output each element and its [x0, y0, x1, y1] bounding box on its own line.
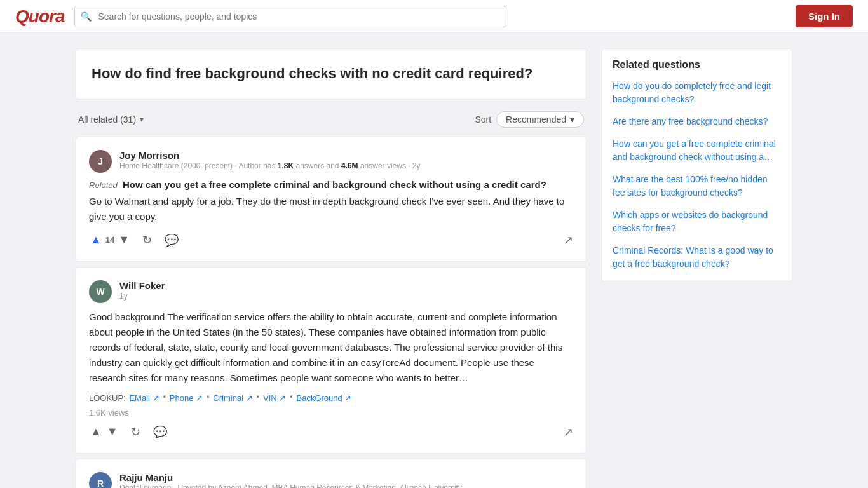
related-link-3[interactable]: What are the best 100% free/no hidden fe… [613, 173, 782, 200]
avatar-rajju-manju[interactable]: R [89, 472, 112, 488]
lookup-vin-link[interactable]: VIN ↗ [263, 393, 286, 403]
author-name[interactable]: Joy Morrison [119, 150, 573, 161]
avatar-joy-morrison[interactable]: J [89, 150, 112, 173]
action-bar: ▲ ▼ ↻ 💬 ↗ [89, 424, 573, 440]
related-link-1[interactable]: Are there any free background checks? [613, 115, 782, 128]
views-count: 1.6K views [89, 408, 573, 417]
sort-area: Sort Recommended ▾ [475, 111, 584, 128]
answers-controls: All related (31) ▾ Sort Recommended ▾ [76, 105, 587, 134]
answer-header: R Rajju Manju Dental surgeon · Upvoted b… [89, 472, 573, 488]
downvote-button[interactable]: ▼ [117, 232, 131, 248]
meta-mid: answers and [294, 161, 341, 170]
question-card: How do find free background checks with … [76, 48, 587, 100]
chevron-down-icon: ▾ [140, 115, 144, 124]
sign-in-button[interactable]: Sign In [796, 5, 853, 27]
author-info-will-foker: Will Foker 1y [119, 280, 573, 302]
author-meta: Home Healthcare (2000–present) · Author … [119, 161, 573, 172]
related-link-5[interactable]: Criminal Records: What is a good way to … [613, 244, 782, 271]
related-link-0[interactable]: How do you do completely free and legit … [613, 79, 782, 106]
upvote-button[interactable]: ▲ [89, 232, 103, 248]
lookup-links: LOOKUP: EMail ↗ * Phone ↗ * Criminal ↗ *… [89, 393, 573, 403]
avatar-initials: R [97, 478, 104, 488]
sidebar: Related questions How do you do complete… [602, 48, 792, 488]
share-icon[interactable]: ↗ [564, 233, 573, 247]
author-info-rajju-manju: Rajju Manju Dental surgeon · Upvoted by … [119, 472, 573, 488]
vote-group: ▲ ▼ [89, 424, 119, 440]
related-label: Related [89, 180, 118, 190]
comment-button[interactable]: 💬 [152, 424, 168, 440]
lookup-email-link[interactable]: EMail ↗ [129, 393, 159, 403]
search-bar: 🔍 [74, 6, 506, 27]
avatar-initials: W [96, 287, 104, 297]
answer-body: Go to Walmart and apply for a job. They … [89, 194, 573, 224]
vote-count: 14 [105, 235, 114, 245]
search-input[interactable] [74, 6, 506, 27]
author-meta: Dental surgeon · Upvoted by Azeem Ahmed,… [119, 483, 573, 488]
avatar-will-foker[interactable]: W [89, 280, 112, 303]
recommended-label: Recommended [506, 114, 566, 125]
chevron-down-icon: ▾ [570, 114, 574, 125]
all-related-label: All related (31) [78, 114, 136, 125]
answers-count: 1.8K [278, 161, 294, 170]
meta-text: Home Healthcare (2000–present) · Author … [119, 161, 278, 170]
action-bar: ▲ 14 ▼ ↻ 💬 ↗ [89, 232, 573, 248]
all-related-dropdown[interactable]: All related (31) ▾ [78, 114, 144, 125]
answer-card-joy-morrison: J Joy Morrison Home Healthcare (2000–pre… [76, 137, 587, 262]
comment-button[interactable]: 💬 [163, 232, 180, 248]
related-questions-title: Related questions [613, 59, 782, 71]
share-answer-button[interactable]: ↻ [141, 232, 153, 248]
share-icon[interactable]: ↗ [564, 425, 573, 439]
search-icon: 🔍 [81, 11, 92, 22]
question-title: How do find free background checks with … [92, 64, 571, 84]
vote-group: ▲ 14 ▼ [89, 232, 131, 248]
lookup-phone-link[interactable]: Phone ↗ [170, 393, 203, 403]
header: Quora 🔍 Sign In [0, 0, 868, 33]
sort-dropdown[interactable]: Recommended ▾ [496, 111, 584, 128]
lookup-criminal-link[interactable]: Criminal ↗ [213, 393, 252, 403]
answer-card-will-foker: W Will Foker 1y Good background The veri… [76, 267, 587, 454]
quora-logo[interactable]: Quora [15, 6, 64, 27]
meta-text: Dental surgeon · Upvoted by Azeem Ahmed,… [119, 484, 462, 488]
meta-end: answer views · 2y [358, 161, 421, 170]
author-meta: 1y [119, 291, 573, 302]
lookup-text: LOOKUP: [89, 393, 128, 403]
related-link-2[interactable]: How can you get a free complete criminal… [613, 137, 782, 164]
related-questions-box: Related questions How do you do complete… [602, 48, 792, 281]
downvote-button[interactable]: ▼ [105, 424, 119, 440]
related-tag: Related How can you get a free complete … [89, 179, 573, 190]
header-right: Sign In [796, 5, 853, 27]
author-info-joy-morrison: Joy Morrison Home Healthcare (2000–prese… [119, 150, 573, 172]
answer-body: Good background The verification service… [89, 309, 573, 386]
answer-header: W Will Foker 1y [89, 280, 573, 303]
time-ago: 1y [119, 292, 128, 301]
page-container: How do find free background checks with … [65, 33, 803, 488]
upvote-button[interactable]: ▲ [89, 424, 103, 440]
answer-header: J Joy Morrison Home Healthcare (2000–pre… [89, 150, 573, 173]
reshare-button[interactable]: ↻ [130, 424, 142, 440]
answer-card-rajju-manju: R Rajju Manju Dental surgeon · Upvoted b… [76, 459, 587, 488]
sort-label: Sort [475, 114, 491, 125]
views-count: 4.6M [341, 161, 358, 170]
related-question: How can you get a free complete criminal… [123, 179, 546, 190]
main-content: How do find free background checks with … [76, 48, 587, 488]
author-name[interactable]: Rajju Manju [119, 472, 573, 483]
related-link-4[interactable]: Which apps or websites do background che… [613, 208, 782, 235]
avatar-initials: J [98, 156, 103, 166]
lookup-background-link[interactable]: BackGround ↗ [297, 393, 352, 403]
author-name[interactable]: Will Foker [119, 280, 573, 291]
